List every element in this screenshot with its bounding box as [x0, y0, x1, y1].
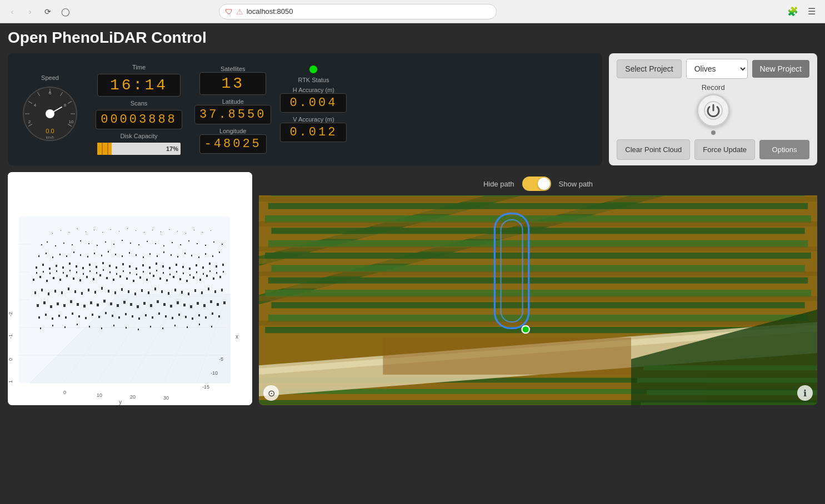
svg-rect-56	[211, 230, 211, 231]
project-dropdown[interactable]: Olives Project 2 Project 3	[686, 59, 748, 79]
forward-button[interactable]: ›	[23, 5, 37, 18]
svg-rect-41	[86, 231, 86, 232]
svg-rect-173	[89, 270, 91, 272]
svg-rect-272	[172, 317, 173, 319]
svg-rect-233	[103, 300, 106, 303]
svg-rect-65	[105, 241, 106, 243]
force-update-button[interactable]: Force Update	[694, 139, 755, 160]
options-button[interactable]: Options	[759, 140, 809, 159]
project-row: Select Project Olives Project 2 Project …	[617, 59, 809, 79]
svg-rect-331	[259, 296, 817, 301]
svg-rect-249	[210, 300, 212, 303]
svg-rect-99	[171, 254, 172, 256]
svg-rect-120	[122, 263, 124, 265]
svg-rect-100	[177, 256, 178, 258]
svg-rect-78	[213, 241, 214, 243]
svg-rect-203	[94, 291, 96, 294]
svg-rect-52	[177, 231, 178, 231]
svg-rect-168	[56, 270, 57, 272]
svg-rect-123	[142, 264, 144, 266]
svg-text:8: 8	[64, 103, 67, 108]
back-button[interactable]: ‹	[6, 5, 19, 18]
bookmark-button[interactable]: ◯	[59, 5, 72, 18]
svg-rect-286	[113, 325, 114, 326]
time-display: 16:14	[97, 74, 181, 97]
svg-rect-103	[198, 256, 199, 258]
svg-rect-194	[34, 291, 36, 294]
svg-text:4: 4	[34, 103, 37, 108]
address-bar[interactable]: 🛡 ⚠ localhost:8050	[219, 4, 497, 19]
svg-rect-240	[150, 304, 152, 307]
svg-rect-248	[203, 304, 206, 307]
svg-rect-312	[268, 203, 808, 209]
svg-rect-273	[178, 314, 180, 316]
svg-rect-159	[186, 280, 188, 282]
h-accuracy-display: 0.004	[280, 93, 347, 113]
svg-rect-225	[50, 305, 52, 308]
svg-rect-50	[161, 231, 161, 232]
svg-rect-184	[163, 272, 164, 274]
select-project-button[interactable]: Select Project	[617, 59, 681, 78]
svg-rect-152	[139, 276, 141, 279]
svg-rect-204	[101, 287, 103, 290]
svg-rect-251	[223, 301, 226, 304]
svg-rect-45	[119, 231, 119, 231]
svg-rect-284	[89, 326, 90, 327]
svg-rect-250	[217, 303, 219, 306]
svg-rect-262	[105, 312, 107, 314]
svg-rect-70	[147, 241, 148, 242]
svg-rect-106	[219, 251, 220, 253]
svg-rect-285	[101, 327, 102, 329]
reload-button[interactable]: ⟳	[41, 5, 54, 18]
disk-percent-label: 17%	[166, 145, 178, 152]
svg-rect-241	[157, 300, 159, 303]
svg-rect-292	[187, 326, 188, 328]
v-accuracy-label: V Accuracy (m)	[293, 116, 334, 123]
svg-rect-141	[66, 275, 68, 277]
new-project-button[interactable]: New Project	[752, 60, 809, 78]
svg-rect-171	[76, 271, 77, 273]
svg-rect-66	[113, 244, 114, 245]
svg-rect-281	[52, 325, 53, 326]
path-toggle[interactable]	[522, 177, 551, 191]
url-text: localhost:8050	[247, 7, 293, 16]
svg-rect-81	[46, 253, 47, 254]
svg-rect-172	[83, 273, 84, 275]
svg-rect-231	[90, 301, 92, 304]
svg-rect-53	[186, 233, 186, 234]
svg-rect-186	[176, 271, 177, 273]
time-label: Time	[132, 64, 146, 70]
svg-rect-216	[181, 291, 183, 294]
gps-section: Satellites 13 Latitude 37.8550 Longitude…	[194, 65, 350, 154]
svg-rect-289	[150, 326, 151, 327]
satellites-display: 13	[199, 72, 266, 95]
svg-rect-224	[43, 301, 46, 304]
svg-rect-135	[222, 264, 224, 266]
svg-rect-153	[146, 279, 148, 281]
svg-rect-193	[223, 271, 224, 273]
svg-rect-187	[183, 273, 184, 274]
clear-point-cloud-button[interactable]: Clear Point Cloud	[617, 139, 690, 160]
svg-rect-118	[109, 265, 111, 267]
svg-point-344	[522, 326, 529, 333]
svg-rect-209	[134, 293, 136, 295]
svg-rect-323	[259, 197, 817, 202]
svg-rect-230	[83, 305, 86, 308]
svg-rect-229	[77, 303, 79, 306]
extensions-icon[interactable]: 🧩	[785, 4, 801, 19]
svg-rect-154	[153, 275, 154, 277]
map-info-button[interactable]: ℹ	[797, 385, 813, 401]
svg-rect-102	[191, 255, 192, 256]
menu-icon[interactable]: ☰	[804, 4, 819, 19]
map-location-button[interactable]: ⊙	[263, 385, 279, 401]
svg-rect-144	[86, 276, 88, 278]
browser-right-icons: 🧩 ☰	[785, 4, 819, 19]
svg-rect-276	[198, 314, 200, 316]
svg-rect-333	[259, 321, 817, 326]
record-button[interactable]	[697, 94, 730, 127]
svg-rect-68	[130, 243, 131, 244]
app-content: Open PhenoLiDAR Control Speed	[0, 23, 825, 411]
svg-rect-151	[133, 280, 134, 282]
svg-rect-234	[110, 303, 112, 305]
svg-rect-235	[117, 304, 119, 307]
